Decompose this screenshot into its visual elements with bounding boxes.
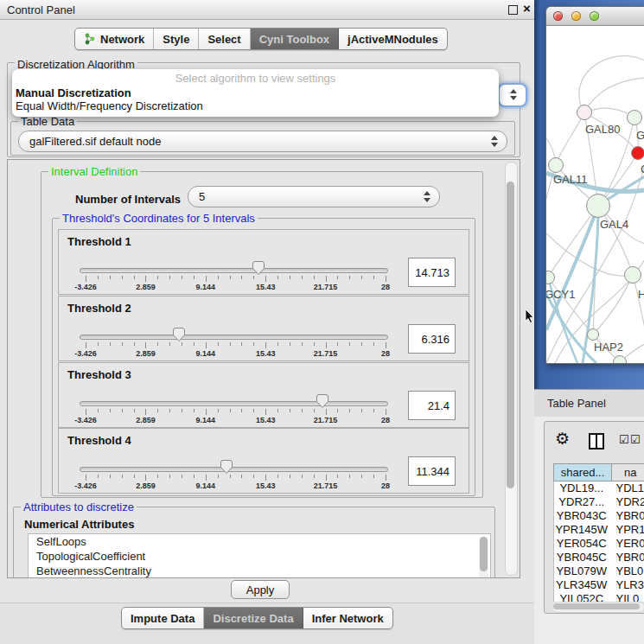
attribute-list-item[interactable]: TopologicalCoefficient: [29, 549, 490, 564]
float-window-icon[interactable]: [508, 5, 518, 15]
list-scrollbar-thumb[interactable]: [480, 537, 488, 571]
slider-tick: [241, 276, 242, 279]
table-row[interactable]: YBR043CYBR0: [554, 509, 644, 523]
vertical-scrollbar[interactable]: [505, 162, 518, 576]
tab-select[interactable]: Select: [199, 29, 250, 49]
network-node-label: GA: [636, 129, 644, 142]
slider-tick: [337, 342, 338, 346]
slider-tick: [206, 276, 207, 282]
tab-label: jActiveMNodules: [348, 33, 438, 46]
slider-tick: [337, 276, 338, 279]
threshold-value-field[interactable]: [408, 456, 456, 486]
attributes-group-title: Attributes to discretize: [21, 501, 137, 513]
list-scrollbar[interactable]: [479, 536, 488, 578]
slider-tick: [361, 276, 362, 279]
close-icon[interactable]: ×: [523, 1, 531, 16]
slider-tick: [290, 342, 290, 346]
num-intervals-value: 5: [199, 190, 205, 203]
column-header-shared-name[interactable]: shared...: [553, 463, 612, 481]
slider-thumb[interactable]: [172, 327, 186, 342]
network-node[interactable]: [587, 328, 599, 341]
slider-tick: [182, 475, 182, 478]
table-row[interactable]: YDL19...YDL1: [554, 481, 644, 495]
slider-tick: [386, 409, 386, 415]
algorithm-combobox[interactable]: [498, 83, 527, 107]
table-row[interactable]: YPR145WYPR1: [554, 523, 644, 537]
cell-shared-name: YER054C: [554, 537, 609, 551]
network-node[interactable]: [624, 266, 641, 284]
tab-infer-network[interactable]: Infer Network: [303, 608, 392, 628]
table-row[interactable]: YBL079WYBL0: [554, 564, 644, 578]
threshold-value-field[interactable]: [408, 391, 456, 420]
slider-thumb[interactable]: [316, 393, 329, 409]
network-canvas[interactable]: GAL80GACGAL11GAL4GCY1HHAP2: [546, 26, 644, 363]
checkbox-icon[interactable]: ☑: [619, 433, 629, 446]
tab-impute-data[interactable]: Impute Data: [122, 608, 204, 628]
network-node[interactable]: [627, 110, 642, 125]
interval-definition-group-title: Interval Definition: [48, 165, 140, 178]
slider-tick: [326, 409, 327, 415]
tab-discretize-data[interactable]: Discretize Data: [204, 608, 303, 628]
num-intervals-spinner[interactable]: 5: [188, 186, 440, 207]
slider-tick: [169, 276, 170, 279]
slider-tick-label: 9.144: [196, 349, 216, 358]
slider-tick: [277, 409, 278, 412]
network-node[interactable]: [631, 146, 644, 160]
minimize-traffic-light-icon[interactable]: [571, 11, 581, 21]
table-data-combobox[interactable]: galFiltered.sif default node: [18, 131, 507, 152]
table-row[interactable]: YER054CYER0: [554, 537, 644, 551]
slider-tick: [110, 342, 111, 346]
table-row[interactable]: YIL052CYIL0: [554, 592, 644, 602]
cell-name: YBL0: [609, 564, 644, 578]
threshold-value-field[interactable]: [408, 258, 456, 287]
slider-thumb[interactable]: [220, 459, 233, 475]
slider-tick: [373, 342, 374, 346]
network-node-label: HAP2: [594, 341, 623, 354]
network-node[interactable]: [577, 105, 592, 120]
bottom-tabs: Impute Data Discretize Data Infer Networ…: [121, 607, 393, 629]
table-row[interactable]: YLR345WYLR3: [554, 578, 644, 592]
slider-thumb[interactable]: [252, 260, 265, 276]
network-node-label: H: [638, 288, 644, 301]
slider-tick: [122, 276, 123, 279]
slider-tick: [98, 342, 99, 346]
threshold-value-field[interactable]: [408, 324, 456, 354]
network-node[interactable]: [613, 355, 627, 363]
zoom-traffic-light-icon[interactable]: [590, 11, 599, 21]
vertical-scrollbar-thumb[interactable]: [507, 182, 514, 488]
slider-tick-label: -3.426: [74, 349, 97, 358]
slider-tick: [134, 475, 135, 478]
apply-button[interactable]: Apply: [231, 580, 290, 599]
attribute-list-item[interactable]: SelfLoops: [29, 534, 490, 549]
dropdown-option-manual-discretization[interactable]: Manual Discretization: [12, 86, 499, 99]
close-traffic-light-icon[interactable]: [553, 11, 563, 21]
settings-gear-icon[interactable]: ⚙: [555, 429, 570, 449]
dropdown-option-equal-width-frequency[interactable]: Equal Width/Frequency Discretization: [12, 99, 499, 112]
tab-cyni-toolbox[interactable]: Cyni Toolbox: [251, 29, 339, 49]
slider-tick: [386, 342, 386, 348]
slider-tick: [182, 409, 182, 412]
tab-style[interactable]: Style: [154, 29, 199, 49]
tab-network[interactable]: Network: [75, 29, 154, 49]
table-row[interactable]: YDR27...YDR2: [554, 495, 644, 509]
network-node[interactable]: [548, 157, 564, 173]
horizontal-scrollbar-thumb[interactable]: [553, 603, 640, 609]
slider-tick: [277, 342, 278, 346]
slider-tick: [253, 475, 254, 478]
tab-jactivemnodules[interactable]: jActiveMNodules: [339, 29, 447, 49]
attribute-list-item[interactable]: BetweennessCentrality: [29, 564, 490, 578]
table-row[interactable]: YBR045CYBR0: [554, 551, 644, 564]
column-header-name[interactable]: na: [612, 463, 644, 481]
columns-icon[interactable]: [589, 433, 604, 450]
checkbox-icon[interactable]: ☑: [630, 433, 641, 446]
control-panel-titlebar: Control Panel ×: [0, 0, 534, 20]
horizontal-scrollbar[interactable]: [552, 602, 644, 613]
table-window: ⚙ ☑ ☑ shared... na YDL19...YDL1YDR27...Y…: [544, 421, 644, 614]
slider-tick: [145, 409, 146, 415]
slider-tick: [86, 409, 86, 415]
numerical-attributes-list[interactable]: SelfLoopsTopologicalCoefficientBetweenne…: [28, 533, 491, 578]
network-node[interactable]: [546, 271, 555, 284]
network-node[interactable]: [586, 194, 610, 218]
slider-tick-label: 2.859: [136, 349, 156, 358]
dropdown-hint: Select algorithm to view settings: [12, 73, 499, 86]
